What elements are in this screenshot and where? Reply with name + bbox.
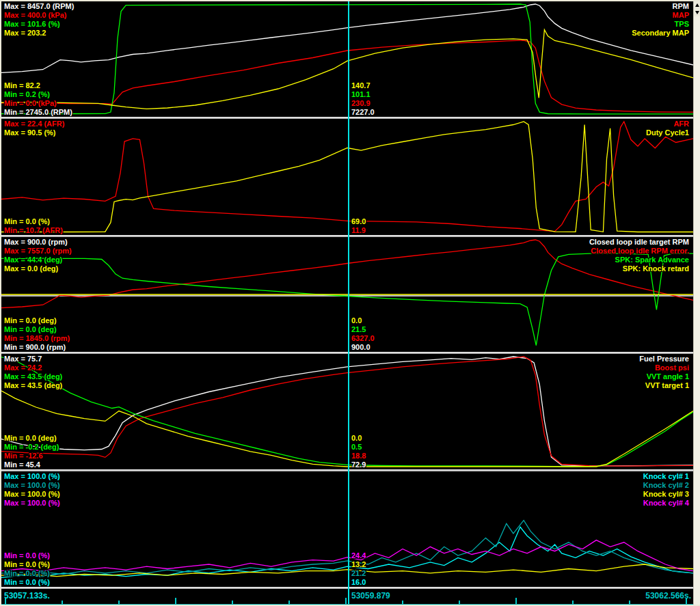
legend-entry: Closed loop idle RPM error. <box>589 247 689 256</box>
down-arrow-icon <box>695 11 699 14</box>
timeline-tick <box>402 601 403 604</box>
cursor-value: 18.8 <box>351 452 366 460</box>
cursor-value: 13.2 <box>351 560 366 569</box>
trace-boost-psi <box>1 357 693 466</box>
legend-entry: Closed loop idle target RPM <box>589 238 689 247</box>
max-label: Max = 900.0 (rpm) <box>4 238 72 247</box>
min-label: Min = 0.0 (deg) <box>4 325 70 334</box>
cursor-value: 230.9 <box>351 99 375 108</box>
trace-duty-cycle1 <box>1 122 693 232</box>
chart-panel-engine[interactable]: Max = 8457.0 (RPM)Max = 400.0 (kPa)Max =… <box>1 1 693 117</box>
max-label: Max = 101.6 (%) <box>4 20 74 29</box>
legend-entry: MAP <box>632 11 689 20</box>
legend-entry: Boost psi <box>639 363 689 372</box>
legend-knock: Knock cyl# 1Knock cyl# 2Knock cyl# 3Knoc… <box>643 472 689 508</box>
timeline-cursor-label: 53059.879 <box>351 591 390 601</box>
min-label: Min = 10.7 (AFR) <box>4 226 63 235</box>
legend-entry: VVT target 1 <box>639 381 689 390</box>
timeline-end-label: 53062.566s. <box>645 591 691 601</box>
legend-idle-spark: Closed loop idle target RPMClosed loop i… <box>589 238 689 273</box>
timeline-tick <box>232 601 233 604</box>
max-labels-pressure-vvt: Max = 75.7Max = 24.2Max = 43.5 (deg)Max … <box>4 355 62 390</box>
engine-traces <box>1 1 693 117</box>
max-labels-idle-spark: Max = 900.0 (rpm)Max = 7557.0 (rpm)Max =… <box>4 238 72 273</box>
cursor-value: 6327.0 <box>351 334 375 343</box>
trace-map <box>1 40 693 112</box>
legend-entry: AFR <box>646 120 689 128</box>
cursor-value: 21.2 <box>351 569 366 578</box>
legend-entry: SPK: Knock retard <box>589 264 689 273</box>
scroll-up-button[interactable] <box>694 1 700 9</box>
cursor-line[interactable] <box>348 1 349 604</box>
min-label: Min = 45.4 <box>4 460 59 469</box>
max-label: Max = 400.0 (kPa) <box>4 11 74 20</box>
chart-panel-fuel[interactable]: Max = 22.4 (AFR)Max = 90.5 (%) Min = 0.0… <box>1 119 693 235</box>
legend-entry: SPK: Spark Advance <box>589 256 689 264</box>
min-label: Min = 82.2 <box>4 81 72 90</box>
trace-rpm <box>1 4 693 72</box>
max-label: Max = 43.5 (deg) <box>4 381 62 390</box>
cursor-value: 0.0 <box>351 316 375 325</box>
scroll-down-button[interactable] <box>694 9 700 16</box>
legend-entry: TPS <box>632 20 689 29</box>
timeline-tick <box>345 598 347 604</box>
cursor-value: 21.5 <box>351 325 375 334</box>
timeline-tick <box>515 598 517 604</box>
cursor-value: 101.1 <box>351 90 375 99</box>
max-label: Max = 8457.0 (RPM) <box>4 2 74 11</box>
legend-fuel: AFRDuty Cycle1 <box>646 120 689 137</box>
vertical-scrollbar[interactable] <box>693 1 700 605</box>
max-label: Max = 100.0 (%) <box>4 472 60 481</box>
chart-panel-knock[interactable]: Max = 100.0 (%)Max = 100.0 (%)Max = 100.… <box>1 471 693 587</box>
min-label: Min = 0.0 (deg) <box>4 316 70 325</box>
legend-engine: RPMMAPTPSSecondary MAP <box>632 2 689 38</box>
cursor-value: 69.0 <box>351 217 366 226</box>
max-label: Max = 44.4 (deg) <box>4 256 72 264</box>
chart-panel-pressure-vvt[interactable]: Max = 75.7Max = 24.2Max = 43.5 (deg)Max … <box>1 354 693 469</box>
min-labels-idle-spark: Min = 0.0 (deg)Min = 0.0 (deg)Min = 1845… <box>4 316 70 352</box>
min-label: Min = 0.0 (%) <box>4 551 50 560</box>
min-label: Min = -0.2 (deg) <box>4 443 59 452</box>
legend-entry: Knock cyl# 1 <box>643 472 689 481</box>
max-label: Max = 100.0 (%) <box>4 481 60 490</box>
legend-entry: RPM <box>632 2 689 11</box>
max-label: Max = 100.0 (%) <box>4 490 60 499</box>
cursor-values-fuel: 69.011.9 <box>351 217 366 235</box>
cursor-value: 16.0 <box>351 578 366 587</box>
max-labels-fuel: Max = 22.4 (AFR)Max = 90.5 (%) <box>4 120 64 137</box>
legend-entry: Knock cyl# 3 <box>643 490 689 499</box>
legend-pressure-vvt: Fuel PressureBoost psiVVT angle 1VVT tar… <box>639 355 689 390</box>
timeline-tick <box>629 601 630 604</box>
max-label: Max = 7557.0 (rpm) <box>4 247 72 256</box>
min-label: Min = 1845.0 (rpm) <box>4 334 70 343</box>
min-label: Min = 0.0 (%) <box>4 217 63 226</box>
min-label: Min = 0.0 (%) <box>4 560 50 569</box>
max-label: Max = 203.2 <box>4 29 74 38</box>
max-label: Max = 75.7 <box>4 355 62 363</box>
timeline-tick <box>175 598 176 604</box>
trace-vvt-target-1 <box>1 391 693 467</box>
min-label: Min = 0.2 (%) <box>4 90 72 99</box>
min-label: Min = 0.0 (%) <box>4 569 50 578</box>
legend-entry: Knock cyl# 2 <box>643 481 689 490</box>
chart-stack: Max = 8457.0 (RPM)Max = 400.0 (kPa)Max =… <box>1 1 693 605</box>
chart-panel-idle-spark[interactable]: Max = 900.0 (rpm)Max = 7557.0 (rpm)Max =… <box>1 237 693 352</box>
min-label: Min = 900.0 (rpm) <box>4 343 70 352</box>
timeline-tick <box>118 601 120 604</box>
min-label: Min = 0.0 (%) <box>4 578 50 587</box>
timeline[interactable]: 53057.133s. 53059.879 53062.566s. <box>1 589 693 605</box>
max-label: Max = 90.5 (%) <box>4 128 64 137</box>
datalog-viewer-window: Max = 8457.0 (RPM)Max = 400.0 (kPa)Max =… <box>0 0 700 606</box>
cursor-value: 24.4 <box>351 551 366 560</box>
fuel-traces <box>1 119 693 235</box>
knock-traces <box>1 471 693 587</box>
trace-vvt-angle-1 <box>1 357 693 467</box>
timeline-tick <box>572 601 574 604</box>
trace-tps <box>1 4 693 114</box>
cursor-values-idle-spark: 0.021.56327.0900.0 <box>351 316 375 352</box>
legend-entry: Fuel Pressure <box>639 355 689 363</box>
min-label: Min = -12.6 <box>4 452 59 460</box>
cursor-value: 0.5 <box>351 443 366 452</box>
max-labels-knock: Max = 100.0 (%)Max = 100.0 (%)Max = 100.… <box>4 472 60 508</box>
legend-entry: Knock cyl# 4 <box>643 499 689 508</box>
